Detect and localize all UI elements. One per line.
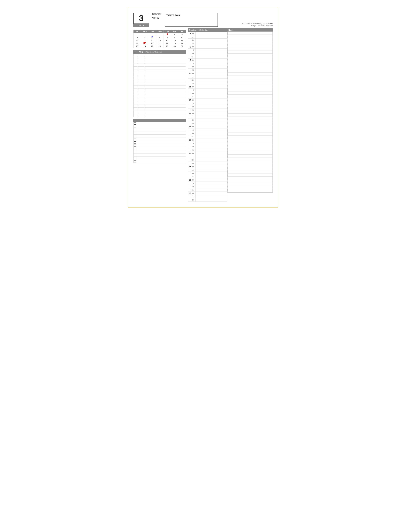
notes-line[interactable] <box>227 186 272 189</box>
notes-line[interactable] <box>227 66 272 69</box>
appt-line[interactable] <box>196 68 227 72</box>
notes-line[interactable] <box>227 136 272 139</box>
task-row[interactable] <box>133 101 186 105</box>
notes-line[interactable] <box>227 155 272 158</box>
notes-line[interactable] <box>227 142 272 145</box>
appt-line[interactable] <box>196 128 227 132</box>
appt-line[interactable] <box>196 135 227 138</box>
checkbox-row[interactable] <box>133 135 186 138</box>
task-text-cell[interactable] <box>144 73 186 76</box>
task-row[interactable] <box>133 85 186 89</box>
checkbox-item[interactable] <box>134 154 136 156</box>
notes-line[interactable] <box>227 54 272 57</box>
notes-line[interactable] <box>227 189 272 192</box>
checkbox-item[interactable] <box>134 145 136 147</box>
notes-line[interactable] <box>227 79 272 82</box>
appt-line[interactable] <box>196 198 227 202</box>
appt-line[interactable] <box>196 188 227 192</box>
appt-line[interactable] <box>196 59 227 62</box>
notes-line[interactable] <box>227 60 272 63</box>
notes-line[interactable] <box>227 173 272 177</box>
appt-line[interactable] <box>196 148 227 152</box>
task-text-cell[interactable] <box>144 85 186 89</box>
appt-line[interactable] <box>196 178 227 181</box>
task-text-cell[interactable] <box>144 101 186 104</box>
notes-line[interactable] <box>227 180 272 183</box>
notes-line[interactable] <box>227 47 272 51</box>
checkbox-item[interactable] <box>134 157 136 159</box>
appt-line[interactable] <box>196 165 227 168</box>
task-row[interactable] <box>133 73 186 76</box>
notes-line[interactable] <box>227 167 272 170</box>
task-text-cell[interactable] <box>144 114 186 117</box>
notes-line[interactable] <box>227 85 272 88</box>
notes-line[interactable] <box>227 91 272 95</box>
appt-line[interactable] <box>196 55 227 58</box>
checkbox-row[interactable] <box>133 131 186 135</box>
notes-line[interactable] <box>227 161 272 164</box>
checkbox-row[interactable] <box>133 128 186 131</box>
task-text-cell[interactable] <box>144 105 186 107</box>
checkbox-row[interactable] <box>133 153 186 157</box>
task-row[interactable] <box>133 60 186 63</box>
task-text-cell[interactable] <box>144 54 186 57</box>
appt-line[interactable] <box>196 102 227 105</box>
checkbox-row[interactable] <box>133 122 186 125</box>
task-row[interactable] <box>133 63 186 67</box>
task-row[interactable] <box>133 114 186 117</box>
appt-line[interactable] <box>196 92 227 95</box>
notes-line[interactable] <box>227 117 272 120</box>
notes-line[interactable] <box>227 151 272 155</box>
notes-line[interactable] <box>227 57 272 60</box>
task-text-cell[interactable] <box>144 60 186 63</box>
notes-line[interactable] <box>227 129 272 133</box>
task-row[interactable] <box>133 57 186 60</box>
task-row[interactable] <box>133 54 186 57</box>
appt-line[interactable] <box>196 158 227 162</box>
appt-line[interactable] <box>196 182 227 185</box>
appt-line[interactable] <box>196 45 227 48</box>
checkbox-row[interactable] <box>133 147 186 150</box>
task-row[interactable] <box>133 108 186 111</box>
checkbox-item[interactable] <box>134 129 136 131</box>
checkbox-item[interactable] <box>134 138 136 140</box>
notes-line[interactable] <box>227 123 272 126</box>
task-row[interactable] <box>133 70 186 73</box>
notes-line[interactable] <box>227 126 272 129</box>
appt-line[interactable] <box>196 112 227 115</box>
task-text-cell[interactable] <box>144 111 186 114</box>
notes-line[interactable] <box>227 139 272 142</box>
appt-line[interactable] <box>196 95 227 98</box>
task-text-cell[interactable] <box>144 98 186 101</box>
notes-line[interactable] <box>227 41 272 44</box>
notes-line[interactable] <box>227 170 272 173</box>
appt-line[interactable] <box>196 145 227 148</box>
notes-line[interactable] <box>227 164 272 167</box>
notes-line[interactable] <box>227 51 272 54</box>
notes-line[interactable] <box>227 107 272 110</box>
task-row[interactable] <box>133 89 186 92</box>
appt-line[interactable] <box>196 78 227 82</box>
checkbox-row[interactable] <box>133 160 186 163</box>
checkbox-item[interactable] <box>134 132 136 134</box>
checkbox-item[interactable] <box>134 160 136 162</box>
checkbox-row[interactable] <box>133 144 186 147</box>
task-text-cell[interactable] <box>144 108 186 111</box>
appt-line[interactable] <box>196 152 227 155</box>
checkbox-row[interactable] <box>133 150 186 153</box>
appt-line[interactable] <box>196 32 227 35</box>
notes-line[interactable] <box>227 177 272 180</box>
task-text-cell[interactable] <box>144 92 186 95</box>
task-text-cell[interactable] <box>144 82 186 85</box>
task-row[interactable] <box>133 98 186 101</box>
checkbox-item[interactable] <box>134 135 136 137</box>
checkbox-row[interactable] <box>133 138 186 141</box>
appt-line[interactable] <box>196 122 227 125</box>
appt-line[interactable] <box>196 192 227 195</box>
task-text-cell[interactable] <box>144 89 186 92</box>
notes-line[interactable] <box>227 73 272 76</box>
notes-line[interactable] <box>227 82 272 85</box>
task-text-cell[interactable] <box>144 67 186 70</box>
task-row[interactable] <box>133 79 186 82</box>
task-text-cell[interactable] <box>144 76 186 79</box>
